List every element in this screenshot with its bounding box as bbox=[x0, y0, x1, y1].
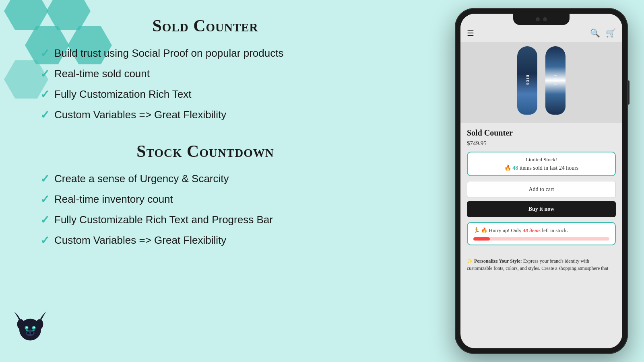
svg-point-1 bbox=[17, 319, 25, 329]
svg-point-6 bbox=[33, 327, 35, 328]
stock-number: 48 items bbox=[523, 227, 541, 233]
phone-notch bbox=[513, 14, 570, 25]
phone-outer: ☰ 🔍 🛒 RIDE ||||||| Sol bbox=[455, 8, 628, 354]
check-icon-4: ✓ bbox=[40, 108, 50, 121]
sold-counter-badge: Limited Stock! 🔥 48 items sold in last 2… bbox=[467, 152, 616, 176]
personalize-text: ✨ Personalize Your Style: Express your b… bbox=[460, 254, 622, 275]
sold-counter-features: ✓ Build trust using Social Proof on popu… bbox=[40, 47, 370, 121]
snowboard-1: RIDE bbox=[517, 46, 537, 115]
stock-feature-2: ✓ Real-time inventory count bbox=[40, 193, 370, 206]
sold-feature-4: ✓ Custom Variables => Great Flexibility bbox=[40, 108, 370, 121]
phone-screen: ☰ 🔍 🛒 RIDE ||||||| Sol bbox=[460, 14, 622, 348]
fire-emoji: 🔥 bbox=[504, 165, 513, 171]
buy-it-now-button[interactable]: Buy it now bbox=[467, 201, 616, 217]
badge-title: Limited Stock! bbox=[473, 156, 609, 163]
product-name: Sold Counter bbox=[467, 128, 616, 138]
badge-content: 🔥 48 items sold in last 24 hours bbox=[473, 165, 609, 171]
notch-dot-1 bbox=[536, 17, 540, 21]
stock-feature-4: ✓ Custom Variables => Great Flexibility bbox=[40, 234, 370, 247]
cart-icon[interactable]: 🛒 bbox=[606, 28, 616, 38]
bull-logo bbox=[12, 310, 48, 346]
sold-number: 48 bbox=[512, 165, 518, 171]
snowboard-2-text: ||||||| bbox=[554, 75, 557, 86]
topbar-right-icons: 🔍 🛒 bbox=[590, 28, 616, 38]
product-price: $749.95 bbox=[467, 140, 616, 147]
snowboard-2: ||||||| bbox=[545, 46, 566, 115]
svg-point-8 bbox=[27, 332, 29, 334]
check-icon-6: ✓ bbox=[40, 193, 50, 206]
stock-countdown-features: ✓ Create a sense of Urgency & Scarcity ✓… bbox=[40, 172, 370, 247]
svg-point-2 bbox=[36, 319, 43, 329]
check-icon-8: ✓ bbox=[40, 234, 50, 247]
stock-text: 🏃 🔥 Hurry up! Only 48 items left in stoc… bbox=[473, 227, 609, 234]
phone-side-button bbox=[628, 80, 630, 105]
svg-point-5 bbox=[26, 327, 28, 328]
check-icon-7: ✓ bbox=[40, 213, 50, 226]
check-icon-2: ✓ bbox=[40, 67, 50, 80]
check-icon-3: ✓ bbox=[40, 88, 50, 101]
left-panel: Sold Counter ✓ Build trust using Social … bbox=[40, 16, 370, 267]
product-info: Sold Counter $749.95 Limited Stock! 🔥 48… bbox=[460, 123, 622, 254]
svg-point-9 bbox=[31, 332, 33, 334]
sold-text-suffix: items sold in last 24 hours bbox=[518, 165, 578, 171]
svg-point-7 bbox=[26, 330, 35, 336]
add-to-cart-button[interactable]: Add to cart bbox=[467, 181, 616, 198]
sold-counter-title: Sold Counter bbox=[40, 16, 370, 35]
snowboard-1-text: RIDE bbox=[526, 75, 529, 86]
search-icon[interactable]: 🔍 bbox=[590, 28, 600, 38]
sold-feature-2: ✓ Real-time sold count bbox=[40, 67, 370, 80]
phone-mockup: ☰ 🔍 🛒 RIDE ||||||| Sol bbox=[455, 8, 628, 354]
personalize-bold: ✨ Personalize Your Style: bbox=[467, 258, 522, 264]
sold-feature-3: ✓ Fully Customization Rich Text bbox=[40, 88, 370, 101]
progress-bar-fill bbox=[473, 237, 490, 241]
stock-countdown-title: Stock Countdown bbox=[40, 142, 370, 161]
notch-dot-2 bbox=[543, 17, 547, 21]
stock-countdown-badge: 🏃 🔥 Hurry up! Only 48 items left in stoc… bbox=[467, 222, 616, 245]
running-emoji: 🏃 🔥 bbox=[473, 227, 489, 233]
product-image-area: RIDE ||||||| bbox=[460, 42, 622, 123]
progress-bar-background bbox=[473, 237, 609, 241]
hamburger-menu-icon[interactable]: ☰ bbox=[467, 28, 474, 38]
check-icon-5: ✓ bbox=[40, 172, 50, 185]
sold-feature-1: ✓ Build trust using Social Proof on popu… bbox=[40, 47, 370, 60]
check-icon-1: ✓ bbox=[40, 47, 50, 60]
stock-feature-1: ✓ Create a sense of Urgency & Scarcity bbox=[40, 172, 370, 185]
snowboard-images: RIDE ||||||| bbox=[517, 46, 566, 119]
stock-feature-3: ✓ Fully Customizable Rich Text and Progr… bbox=[40, 213, 370, 226]
